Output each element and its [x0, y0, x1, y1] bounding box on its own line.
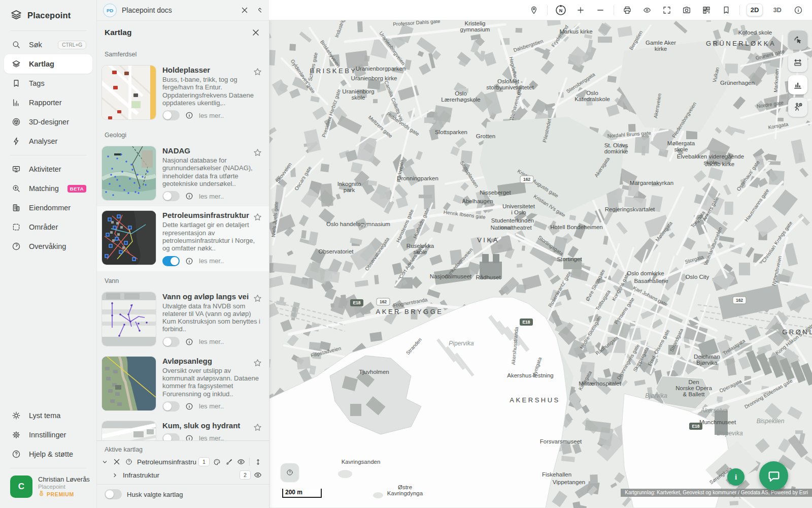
map-label: Jacob kirke — [705, 161, 734, 167]
gauge-icon — [10, 240, 22, 252]
screenshot-icon[interactable] — [680, 4, 693, 17]
print-icon[interactable] — [621, 4, 634, 17]
info-icon[interactable] — [184, 191, 194, 201]
read-more-link[interactable]: les mer.. — [199, 193, 224, 200]
map-label: Slottsparken — [435, 129, 467, 135]
brush-icon[interactable] — [224, 457, 234, 467]
layer-toggle[interactable] — [162, 401, 180, 411]
layer-toggle[interactable] — [162, 256, 180, 266]
star-icon[interactable] — [253, 212, 262, 224]
location-person-icon[interactable] — [527, 4, 540, 17]
read-more-link[interactable]: les mer.. — [199, 257, 224, 265]
sidebar-item-s-k[interactable]: SøkCTRL+G — [4, 35, 92, 54]
read-more-link[interactable]: les mer.. — [199, 338, 224, 345]
sidebar-item-omr-der[interactable]: Områder — [4, 217, 92, 237]
select-tool-button[interactable] — [788, 30, 807, 50]
docs-search-bar[interactable]: PD Placepoint docs — [96, 0, 269, 21]
chat-button[interactable] — [759, 461, 788, 490]
layer-card-holdeplasser[interactable]: HoldeplasserBuss, t-bane, trikk, tog og … — [96, 61, 269, 125]
qr-code-icon[interactable] — [700, 4, 713, 17]
layer-thumbnail — [101, 146, 156, 201]
sidebar-item-matching[interactable]: MatchingBETA — [4, 179, 92, 198]
layer-title: Avløpsanlegg — [162, 357, 262, 365]
sidebar-item-rapporter[interactable]: Rapporter — [4, 93, 92, 112]
panel-title: Kartlag — [105, 28, 250, 37]
3d-mode-button[interactable]: 3D — [769, 4, 785, 16]
sidebar-item-eiendommer[interactable]: Eiendommer — [4, 198, 92, 217]
close-icon[interactable] — [250, 26, 262, 39]
layer-card-kum-sluk-og-hydrant[interactable]: Kum, sluk og hydrantles mer.. — [96, 417, 269, 441]
remember-layers-toggle[interactable] — [105, 489, 122, 499]
sort-icon[interactable] — [253, 457, 263, 467]
star-icon[interactable] — [253, 148, 262, 160]
chevron-right-icon[interactable] — [110, 470, 120, 480]
sidebar-item-label: Eiendommer — [29, 204, 86, 212]
visibility-icon[interactable] — [640, 4, 654, 17]
sidebar-item-label: Overvåking — [29, 242, 86, 250]
star-icon[interactable] — [253, 67, 262, 79]
sidebar-item-label: Analyser — [29, 137, 86, 145]
read-more-link[interactable]: les mer.. — [199, 402, 224, 410]
info-icon[interactable] — [184, 110, 194, 120]
read-more-link[interactable]: les mer.. — [199, 112, 224, 119]
search-input[interactable]: Placepoint docs — [122, 6, 239, 14]
road-shield: E18 — [522, 320, 530, 325]
sidebar-item-hjelp-st-tte[interactable]: Hjelp & støtte — [4, 444, 92, 464]
eye-icon[interactable] — [253, 470, 263, 480]
2d-mode-button[interactable]: 2D — [747, 4, 763, 16]
travel-time-tool-button[interactable] — [788, 98, 807, 117]
palette-icon[interactable] — [212, 457, 222, 467]
map-label: Tjuvholmen — [359, 369, 389, 375]
layer-toggle[interactable] — [162, 433, 180, 441]
layer-card-petroleumsinfrastruktur[interactable]: PetroleumsinfrastrukturDette kartlaget g… — [96, 206, 269, 271]
info-icon[interactable] — [184, 401, 194, 411]
user-profile[interactable]: C Christian Løverås Placepoint PREMIUM — [0, 470, 96, 504]
fullscreen-icon[interactable] — [660, 4, 673, 17]
measure-tool-button[interactable] — [788, 53, 807, 72]
close-icon[interactable] — [239, 4, 251, 16]
unfold-icon[interactable] — [254, 4, 266, 16]
active-layer-name: Infrastruktur — [123, 471, 238, 479]
question-icon[interactable] — [124, 457, 134, 467]
star-icon[interactable] — [253, 358, 262, 370]
info-button[interactable]: i — [727, 468, 745, 486]
info-icon[interactable] — [184, 433, 194, 441]
sidebar-item-tags[interactable]: Tags — [4, 74, 92, 93]
compass-icon[interactable]: N — [554, 4, 567, 17]
help-button[interactable] — [281, 463, 299, 482]
active-layer-name: Petroleumsinfrastruktur — [137, 458, 196, 466]
layer-toggle[interactable] — [162, 191, 180, 201]
chevron-down-icon[interactable] — [99, 457, 110, 467]
sidebar-item-overv-king[interactable]: Overvåking — [4, 237, 92, 256]
layer-toggle[interactable] — [162, 110, 180, 120]
layer-card-nadag[interactable]: NADAGNasjonal database for grunnundersøk… — [96, 142, 269, 206]
layer-card-avløpsanlegg[interactable]: AvløpsanleggOversikt over utslipp av kom… — [96, 352, 269, 417]
map-canvas[interactable]: BRISKEBYGRÜNERLØKKAVIKAAKER BRYGGEAKERSH… — [269, 20, 812, 508]
layer-card-vann-og-avløp-langs-vei[interactable]: Vann og avløp langs veiUtvalgte data fra… — [96, 288, 269, 352]
sidebar-item-lyst-tema[interactable]: Lyst tema — [4, 406, 92, 425]
info-icon[interactable] — [792, 4, 805, 17]
active-layers-title: Aktive kartlag — [96, 441, 269, 455]
sidebar-item-kartlag[interactable]: Kartlag — [4, 54, 92, 74]
sidebar-item-innstillinger[interactable]: Innstillinger — [4, 425, 92, 444]
sidebar-item-analyser[interactable]: Analyser — [4, 132, 92, 151]
chart-tool-button[interactable] — [788, 75, 807, 94]
sidebar-item-aktiviteter[interactable]: Aktiviteter — [4, 160, 92, 179]
app-logo[interactable]: Placepoint — [0, 0, 96, 28]
eye-icon[interactable] — [236, 457, 246, 467]
info-icon[interactable] — [184, 256, 194, 266]
star-icon[interactable] — [253, 423, 262, 434]
bookmark-icon[interactable] — [720, 4, 733, 17]
star-icon[interactable] — [253, 294, 262, 305]
map-label: VIKA — [477, 236, 499, 244]
map-label: Kavringsanden — [342, 459, 381, 465]
zoom-in-icon[interactable] — [574, 4, 587, 17]
sun-icon — [10, 409, 22, 422]
zoom-out-icon[interactable] — [594, 4, 607, 17]
sidebar-item-3d-designer[interactable]: 3D-designer — [4, 112, 92, 132]
info-icon[interactable] — [184, 337, 194, 347]
close-icon[interactable] — [112, 457, 122, 467]
layer-toggle[interactable] — [162, 337, 180, 347]
active-layer-row: Infrastruktur2 — [96, 468, 269, 482]
map-label: GRÜNERLØKKA — [706, 40, 776, 47]
